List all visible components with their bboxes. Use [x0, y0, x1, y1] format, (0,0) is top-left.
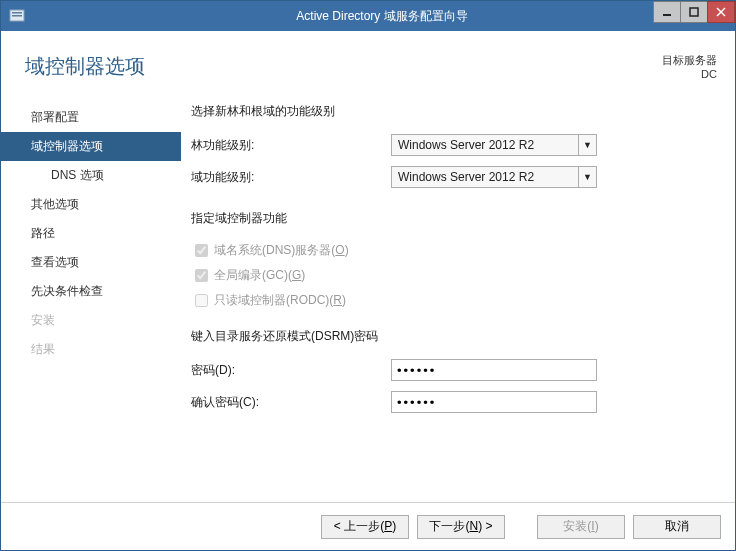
dns-checkbox-label: 域名系统(DNS)服务器(O): [214, 242, 349, 259]
sidebar-item-install: 安装: [1, 306, 181, 335]
sidebar-item-deploy-config[interactable]: 部署配置: [1, 103, 181, 132]
chevron-down-icon: ▼: [578, 167, 596, 187]
section-dsrm: 键入目录服务还原模式(DSRM)密码: [191, 328, 717, 345]
domain-level-dropdown[interactable]: Windows Server 2012 R2 ▼: [391, 166, 597, 188]
confirm-password-label: 确认密码(C):: [191, 394, 391, 411]
chevron-down-icon: ▼: [578, 135, 596, 155]
password-input[interactable]: [391, 359, 597, 381]
maximize-button[interactable]: [680, 1, 708, 23]
domain-level-label: 域功能级别:: [191, 169, 391, 186]
title-bar[interactable]: Active Directory 域服务配置向导: [1, 1, 735, 31]
forest-level-value: Windows Server 2012 R2: [398, 138, 534, 152]
gc-checkbox-label: 全局编录(GC)(G): [214, 267, 305, 284]
sidebar-item-dc-options[interactable]: 域控制器选项: [1, 132, 181, 161]
section-func-levels: 选择新林和根域的功能级别: [191, 103, 717, 120]
password-label: 密码(D):: [191, 362, 391, 379]
svg-rect-3: [663, 14, 671, 16]
next-button[interactable]: 下一步(N) >: [417, 515, 505, 539]
confirm-password-input[interactable]: [391, 391, 597, 413]
install-button: 安装(I): [537, 515, 625, 539]
header-row: 域控制器选项 目标服务器 DC: [1, 31, 735, 85]
target-server: 目标服务器 DC: [662, 53, 717, 81]
window-title: Active Directory 域服务配置向导: [29, 8, 735, 25]
section-dc-caps: 指定域控制器功能: [191, 210, 717, 227]
content-pane: 选择新林和根域的功能级别 林功能级别: Windows Server 2012 …: [181, 85, 735, 502]
footer-bar: < 上一步(P) 下一步(N) > 安装(I) 取消: [1, 502, 735, 550]
svg-rect-2: [12, 15, 22, 17]
forest-level-label: 林功能级别:: [191, 137, 391, 154]
sidebar-item-results: 结果: [1, 335, 181, 364]
sidebar: 部署配置 域控制器选项 DNS 选项 其他选项 路径 查看选项 先决条件检查 安…: [1, 85, 181, 502]
close-button[interactable]: [707, 1, 735, 23]
body-row: 部署配置 域控制器选项 DNS 选项 其他选项 路径 查看选项 先决条件检查 安…: [1, 85, 735, 502]
svg-rect-1: [12, 12, 22, 14]
minimize-button[interactable]: [653, 1, 681, 23]
page-title: 域控制器选项: [25, 53, 662, 80]
rodc-checkbox: [195, 294, 208, 307]
svg-rect-4: [690, 8, 698, 16]
domain-level-value: Windows Server 2012 R2: [398, 170, 534, 184]
sidebar-item-additional[interactable]: 其他选项: [1, 190, 181, 219]
wizard-window: Active Directory 域服务配置向导 域控制器选项 目标服务器 DC…: [0, 0, 736, 551]
dns-checkbox: [195, 244, 208, 257]
app-icon: [5, 4, 29, 28]
target-label: 目标服务器: [662, 53, 717, 67]
gc-checkbox: [195, 269, 208, 282]
forest-level-dropdown[interactable]: Windows Server 2012 R2 ▼: [391, 134, 597, 156]
rodc-checkbox-label: 只读域控制器(RODC)(R): [214, 292, 346, 309]
cancel-button[interactable]: 取消: [633, 515, 721, 539]
sidebar-item-dns-options[interactable]: DNS 选项: [1, 161, 181, 190]
window-buttons: [654, 1, 735, 23]
sidebar-item-prereq[interactable]: 先决条件检查: [1, 277, 181, 306]
sidebar-item-paths[interactable]: 路径: [1, 219, 181, 248]
target-value: DC: [662, 67, 717, 81]
previous-button[interactable]: < 上一步(P): [321, 515, 409, 539]
sidebar-item-review[interactable]: 查看选项: [1, 248, 181, 277]
